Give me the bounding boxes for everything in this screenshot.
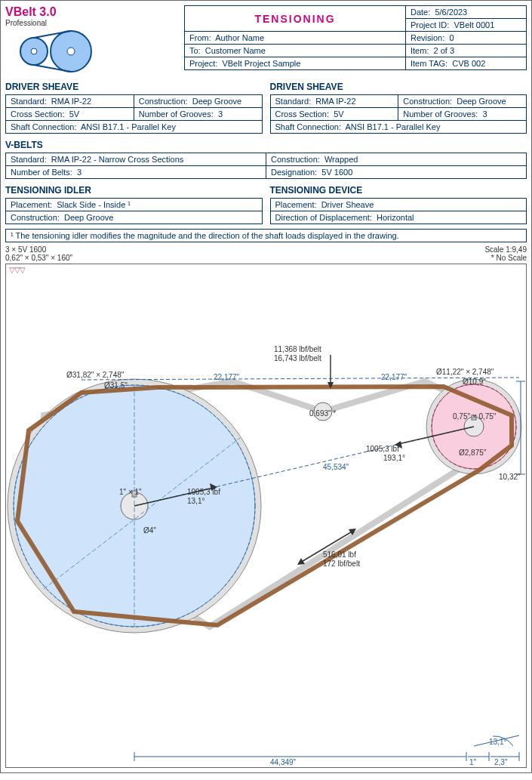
small-dia-outer: Ø11,22" × 2,748" — [436, 368, 494, 376]
table-row: Shaft Connection: ANSI B17.1 - Parallel … — [270, 121, 527, 134]
small-key: 0,75" × 0,75" — [453, 412, 496, 421]
project-label: Project: — [189, 59, 217, 68]
sheave-row: DRIVER SHEAVE Standard: RMA IP-22 Constr… — [5, 76, 527, 134]
angle-r: 193,1° — [383, 454, 405, 462]
table-row: Standard: RMA IP-22 — [270, 95, 398, 108]
tension-row: TENSIONING IDLER Placement: Slack Side -… — [5, 179, 527, 224]
driven-sheave-title: DRIVEN SHEAVE — [270, 82, 527, 92]
table-row: Designation: 5V 1600 — [266, 166, 527, 179]
device-table: Placement: Driver Sheave Direction of Di… — [270, 198, 527, 224]
date-value: 5/6/2023 — [435, 8, 467, 17]
table-row: Number of Belts: 3 — [6, 166, 266, 179]
top-force1: 11,368 lbf/belt — [274, 345, 321, 353]
big-dia-outer: Ø31,82" × 2,748" — [66, 371, 124, 379]
table-row: Standard: RMA IP-22 - Narrow Cross Secti… — [6, 153, 266, 166]
projectid-cell: Project ID: VBelt 0001 — [406, 19, 527, 32]
bot-force1: 516,01 lbf — [323, 550, 356, 559]
drawing-section: 3 × 5V 1600 0,62" × 0,53" × 160" Scale 1… — [5, 245, 527, 768]
center-dist: 45,534" — [323, 463, 349, 471]
scale-line2: * No Scale — [484, 254, 527, 262]
force-r: 1005,3 lbf — [366, 445, 399, 453]
revision-value: 0 — [449, 33, 454, 42]
to-cell: To: Customer Name — [185, 45, 406, 57]
idler-table: Placement: Slack Side - Inside ¹ Constru… — [5, 198, 263, 224]
top-span1: 22,177" — [214, 373, 239, 381]
itemtag-value: CVB 002 — [452, 59, 485, 68]
small-dia-datum: Ø10,9" — [463, 378, 486, 386]
br-dim2: 2,3" — [494, 758, 507, 766]
table-row: Construction: Wrapped — [266, 153, 527, 166]
table-row: Standard: RMA IP-22 — [6, 95, 134, 108]
vbelts-table: Standard: RMA IP-22 - Narrow Cross Secti… — [5, 153, 527, 179]
brand-block: VBelt 3.0 Professional — [5, 5, 184, 76]
from-cell: From: Author Name — [185, 32, 406, 45]
belt-dim: 0,62" × 0,53" × 160" — [5, 254, 72, 262]
footnote: ¹ The tensioning idler modifies the magn… — [5, 229, 527, 242]
belt-spec: 3 × 5V 1600 — [5, 245, 72, 254]
big-key: 1" × 1" — [119, 488, 142, 496]
itemtag-cell: Item TAG: CVB 002 — [406, 57, 527, 70]
force-l: 1005,3 lbf — [187, 488, 220, 496]
project-value: VBelt Project Sample — [222, 59, 300, 68]
right-dim: 10,32" — [499, 473, 521, 481]
header-meta-table: TENSIONING Date: 5/6/2023 Project ID: VB… — [184, 5, 527, 70]
projectid-value: VBelt 0001 — [454, 20, 494, 29]
deflection: 0,693" * — [309, 409, 336, 418]
from-label: From: — [189, 33, 211, 42]
from-value: Author Name — [215, 33, 264, 42]
table-row: Construction: Deep Groove — [134, 95, 262, 108]
scale-line1: Scale 1:9,49 — [484, 245, 527, 254]
drawing-head: 3 × 5V 1600 0,62" × 0,53" × 160" Scale 1… — [5, 245, 527, 262]
big-dia-datum: Ø31,5" — [104, 381, 128, 390]
itemtag-label: Item TAG: — [411, 59, 447, 68]
date-label: Date: — [411, 8, 430, 17]
driver-sheave-table: Standard: RMA IP-22 Construction: Deep G… — [5, 94, 263, 134]
item-label: Item: — [411, 46, 429, 55]
device-title: TENSIONING DEVICE — [270, 185, 527, 196]
app-subtitle: Professional — [5, 19, 184, 27]
to-label: To: — [189, 46, 201, 55]
to-value: Customer Name — [205, 46, 266, 55]
tension-diagram-icon — [6, 264, 527, 768]
page: VBelt 3.0 Professional TENSIONING Date: … — [0, 0, 532, 773]
br-dim1: 1" — [469, 758, 476, 766]
drawing-canvas: ▽▽▽ — [5, 264, 527, 768]
item-cell: Item: 2 of 3 — [406, 45, 527, 57]
table-row: Construction: Deep Groove — [6, 211, 263, 224]
table-row: Placement: Driver Sheave — [270, 199, 527, 211]
revision-label: Revision: — [411, 33, 444, 42]
table-row: Direction of Displacement: Horizontal — [270, 211, 527, 224]
table-row: Cross Section: 5V — [6, 108, 134, 121]
driven-sheave-table: Standard: RMA IP-22 Construction: Deep G… — [270, 94, 527, 134]
revision-cell: Revision: 0 — [406, 32, 527, 45]
item-value: 2 of 3 — [434, 46, 455, 55]
header: VBelt 3.0 Professional TENSIONING Date: … — [5, 5, 527, 76]
projectid-label: Project ID: — [411, 20, 449, 29]
table-row: Construction: Deep Groove — [398, 95, 527, 108]
big-shaft: Ø4" — [143, 526, 156, 535]
br-angle: 13,1° — [489, 738, 506, 746]
small-shaft: Ø2,875" — [459, 449, 486, 457]
svg-marker-28 — [297, 558, 305, 565]
header-tables: TENSIONING Date: 5/6/2023 Project ID: VB… — [184, 5, 527, 76]
angle-l: 13,1° — [187, 497, 204, 505]
pulley-logo-icon — [5, 29, 96, 74]
project-cell: Project: VBelt Project Sample — [185, 57, 406, 70]
table-row: Number of Grooves: 3 — [134, 108, 262, 121]
top-span2: 22,177" — [381, 373, 407, 381]
idler-title: TENSIONING IDLER — [5, 185, 263, 196]
table-row: Number of Grooves: 3 — [398, 108, 527, 121]
table-row: Cross Section: 5V — [270, 108, 398, 121]
svg-point-3 — [67, 48, 75, 55]
bot-force2: 172 lbf/belt — [323, 560, 360, 568]
date-cell: Date: 5/6/2023 — [406, 6, 527, 19]
vbelts-title: V-BELTS — [5, 140, 527, 150]
bottom-dim: 44,349" — [270, 758, 296, 766]
doc-title: TENSIONING — [185, 6, 406, 32]
driver-sheave-title: DRIVER SHEAVE — [5, 82, 263, 92]
top-force2: 16,743 lbf/belt — [274, 354, 321, 362]
table-row: Placement: Slack Side - Inside ¹ — [6, 199, 263, 211]
svg-point-1 — [31, 48, 37, 54]
table-row: Shaft Connection: ANSI B17.1 - Parallel … — [6, 121, 263, 134]
belt-symbols-icon: ▽▽▽ — [9, 266, 25, 274]
